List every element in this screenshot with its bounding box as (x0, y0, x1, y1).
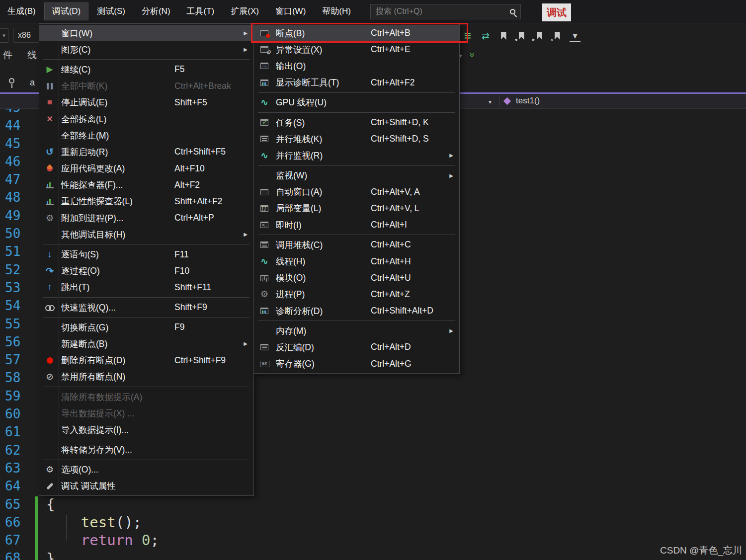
menu-item-show-diagnostic-tools[interactable]: 显示诊断工具(T)Ctrl+Alt+F2 (254, 75, 459, 91)
menu-item-detach-all[interactable]: ×全部拆离(L) (39, 111, 253, 127)
restart-icon: ↺ (43, 146, 56, 158)
menu-item-parallel-stacks[interactable]: 并行堆栈(K)Ctrl+Shift+D, S (254, 131, 459, 147)
nav-dropdown-chevron-icon[interactable]: ▾ (489, 98, 492, 105)
menu-item-threads[interactable]: ∿线程(H)Ctrl+Alt+H (254, 253, 459, 269)
menu-item-output[interactable]: 输出(O) (254, 58, 459, 74)
symbols-list-icon[interactable]: ≣ (462, 30, 473, 42)
menu-item-shortcut: Shift+F11 (174, 282, 211, 293)
menu-item-disassembly[interactable]: 反汇编(D)Ctrl+Alt+D (254, 339, 459, 355)
menu-item-memory[interactable]: 内存(M)▶ (254, 322, 459, 339)
menu-item-label: 任务(S) (276, 117, 305, 129)
menu-item-save-dump-as[interactable]: 将转储另存为(V)... (39, 442, 253, 458)
menu-item-terminate-all[interactable]: 全部终止(M) (39, 127, 253, 144)
clear-bookmarks-icon[interactable]: × (552, 30, 563, 42)
menu-item-exception-settings[interactable]: 异常设置(X)Ctrl+Alt+E (254, 41, 459, 58)
overlay-arrow-icon: ◂ (514, 36, 517, 43)
menubar-item-build[interactable]: 生成(B) (0, 3, 43, 20)
toolbar-right-icons: ≣⇄◂▸×▾ (462, 28, 580, 43)
menubar-item-tools[interactable]: 工具(T) (179, 3, 222, 20)
menu-item-performance-profiler[interactable]: 性能探查器(F)...Alt+F2 (39, 177, 253, 193)
menu-item-label: 应用代码更改(A) (61, 162, 125, 174)
menu-item-registers[interactable]: 0X寄存器(G)Ctrl+Alt+G (254, 356, 459, 372)
line-number: 51 (0, 242, 31, 260)
win-arrow-icon (258, 63, 271, 69)
menu-item-label: 快速监视(Q)... (61, 302, 116, 314)
menu-item-autos[interactable]: 自动窗口(A)Ctrl+Alt+V, A (254, 184, 459, 200)
menu-item-processes[interactable]: ⚙进程(P)Ctrl+Alt+Z (254, 286, 459, 303)
line-number: 46 (0, 153, 31, 170)
menu-item-parallel-watch[interactable]: ∿并行监视(R)▶ (254, 147, 459, 163)
menu-item-step-into[interactable]: ↓逐语句(S)F11 (39, 246, 253, 262)
menu-item-debug-properties[interactable]: 调试 调试属性 (39, 478, 253, 494)
method-dropdown[interactable]: test1() (516, 96, 540, 106)
menu-item-immediate[interactable]: 即时(I)Ctrl+Alt+I (254, 217, 459, 233)
menubar-item-analyze[interactable]: 分析(N) (134, 3, 178, 20)
menu-item-shortcut: Ctrl+Shift+Alt+D (371, 306, 433, 316)
menu-item-toggle-breakpoint[interactable]: 切换断点(G)F9 (39, 319, 253, 335)
menu-item-import-datatips[interactable]: 导入数据提示(I)... (39, 421, 253, 438)
toolbar-overflow-icon[interactable]: ▾ (570, 30, 580, 42)
next-bookmark-icon[interactable]: ▸ (534, 30, 545, 42)
menu-item-label: 逐语句(S) (61, 248, 99, 260)
menu-item-label: 全部中断(K) (61, 80, 107, 92)
menu-item-label: 逐过程(O) (61, 265, 100, 277)
menubar-item-extensions[interactable]: 扩展(X) (223, 3, 266, 20)
menu-item-label: 输出(O) (276, 60, 306, 72)
menubar-item-window[interactable]: 窗口(W) (268, 3, 313, 20)
menu-item-breakpoints[interactable]: 断点(B)Ctrl+Alt+B (254, 25, 459, 41)
menu-item-other-debug-targets[interactable]: 其他调试目标(H)▶ (39, 226, 253, 242)
menu-separator (258, 235, 455, 235)
menu-item-tasks[interactable]: 任务(S)Ctrl+Shift+D, K (254, 114, 459, 131)
line-number: 45 (0, 135, 31, 153)
menu-item-step-over[interactable]: ↷逐过程(O)F10 (39, 263, 253, 279)
collapse-chevrons-icon[interactable]: » (467, 52, 478, 57)
menu-item-label: 全部终止(M) (61, 130, 109, 142)
indent-guide (66, 515, 67, 541)
submenu-arrow-icon: ▶ (244, 30, 248, 36)
search-input[interactable]: 搜索 (Ctrl+Q) (370, 4, 521, 19)
win-gear-icon (258, 46, 271, 53)
toggle-bookmark-icon[interactable] (498, 30, 509, 42)
win-brackets-icon (258, 205, 271, 212)
menu-item-disable-all-breakpoints[interactable]: ⊘禁用所有断点(N) (39, 369, 253, 385)
menubar-item-help[interactable]: 帮助(H) (315, 3, 358, 20)
menu-item-label: 删除所有断点(D) (61, 354, 125, 366)
menu-item-locals[interactable]: 局部变量(L)Ctrl+Alt+V, L (254, 200, 459, 217)
menu-item-restart[interactable]: ↺重新启动(R)Ctrl+Shift+F5 (39, 144, 253, 160)
menu-item-call-stack[interactable]: 调用堆栈(C)Ctrl+Alt+C (254, 237, 459, 253)
detach-icon: × (43, 113, 56, 125)
line-number: 60 (0, 405, 31, 423)
menu-item-diagnostic-analysis[interactable]: 诊断分析(D)Ctrl+Shift+Alt+D (254, 303, 459, 319)
pin-icon[interactable] (9, 78, 14, 83)
search-icon[interactable] (510, 9, 515, 14)
menu-item-gpu-threads[interactable]: ∿GPU 线程(U) (254, 94, 459, 111)
previous-bookmark-icon[interactable]: ◂ (516, 30, 527, 42)
menu-item-shortcut: Ctrl+Alt+V, A (371, 187, 420, 197)
menu-item-options[interactable]: ⚙选项(O)... (39, 462, 253, 478)
debug-menu: 窗口(W)▶图形(C)▶▶继续(C)F5全部中断(K)Ctrl+Alt+Brea… (39, 23, 254, 496)
menu-item-stop-debugging[interactable]: ■停止调试(E)Shift+F5 (39, 94, 253, 111)
menu-item-modules[interactable]: 模块(O)Ctrl+Alt+U (254, 270, 459, 286)
menu-item-new-breakpoint[interactable]: 新建断点(B)▶ (39, 335, 253, 352)
menu-item-continue[interactable]: ▶继续(C)F5 (39, 61, 253, 78)
line-number-column: 4344454647484950515253545556575859606162… (0, 98, 31, 560)
menu-item-delete-all-breakpoints[interactable]: 删除所有断点(D)Ctrl+Shift+F9 (39, 352, 253, 369)
menu-item-watch[interactable]: 监视(W)▶ (254, 167, 459, 184)
menu-item-label: 寄存器(G) (276, 358, 315, 370)
method-cube-icon (503, 97, 511, 105)
menu-item-quick-watch[interactable]: 快速监视(Q)...Shift+F9 (39, 299, 253, 316)
navigate-teal-icon[interactable]: ⇄ (480, 30, 491, 42)
menubar-item-debug[interactable]: 调试(D) (45, 3, 88, 20)
menu-item-shortcut: Ctrl+Alt+U (371, 273, 411, 283)
combo-fragment-arrow-icon[interactable]: ▾ (0, 28, 8, 43)
change-track-bar (35, 496, 38, 560)
menu-item-label: 诊断分析(D) (276, 305, 323, 317)
menu-item-relaunch-performance-profiler[interactable]: 重启性能探查器(L)Shift+Alt+F2 (39, 193, 253, 210)
menu-item-window[interactable]: 窗口(W)▶ (39, 25, 253, 41)
menubar-item-test[interactable]: 测试(S) (89, 3, 133, 20)
menu-item-graphics[interactable]: 图形(C)▶ (39, 41, 253, 58)
menu-item-attach-to-process[interactable]: ⚙附加到进程(P)...Ctrl+Alt+P (39, 210, 253, 226)
step-over-icon: ↷ (43, 265, 56, 277)
menu-item-apply-code-changes[interactable]: 应用代码更改(A)Alt+F10 (39, 160, 253, 177)
menu-item-step-out[interactable]: ↑跳出(T)Shift+F11 (39, 279, 253, 296)
